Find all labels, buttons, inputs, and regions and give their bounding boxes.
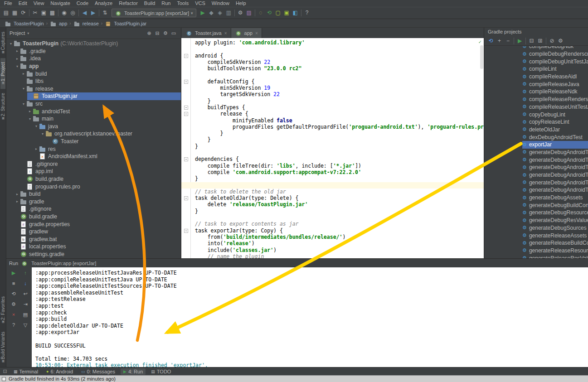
- code-line[interactable]: apply plugin: 'com.android.library': [181, 39, 484, 46]
- gradle-task-row[interactable]: ⚙compileDebugNdk: [484, 46, 588, 50]
- run-configuration-select[interactable]: G ToasterPlugin:app [exportJar] ▾: [112, 9, 196, 17]
- stripe-button-2-structure[interactable]: ▣2: Structure: [0, 89, 5, 124]
- debug-icon[interactable]: ◆: [207, 9, 216, 17]
- detach-project-icon[interactable]: −: [504, 37, 512, 45]
- clear-all-icon[interactable]: ▽: [22, 322, 29, 329]
- gradle-task-row[interactable]: ⚙compileReleaseAidl: [484, 73, 588, 81]
- menu-item-help[interactable]: Help: [233, 0, 249, 7]
- help-icon[interactable]: ?: [303, 9, 311, 17]
- code-line[interactable]: }: [181, 98, 484, 104]
- gradle-task-row[interactable]: ⚙copyReleaseLint: [484, 118, 588, 126]
- collapse-all-icon[interactable]: ⊟: [153, 30, 161, 36]
- code-line[interactable]: into('release'): [181, 240, 484, 247]
- code-line[interactable]: include('classes.jar'): [181, 247, 484, 253]
- find-icon[interactable]: ◉: [60, 9, 68, 17]
- project-tree[interactable]: ▾ToasterPlugin (C:\Work\ToasterPlugin)▸.…: [6, 40, 181, 258]
- stop-icon[interactable]: ■: [10, 280, 17, 287]
- code-line[interactable]: compileSdkVersion 22: [181, 59, 484, 65]
- open-project-icon[interactable]: ▤: [2, 9, 10, 17]
- gradle-task-row[interactable]: ⚙generateDebugSources: [484, 224, 588, 232]
- coverage-icon[interactable]: ◈: [216, 9, 224, 17]
- code-line[interactable]: compile 'com.android.support:appcompat-v…: [181, 169, 484, 175]
- chevron-right-icon[interactable]: ▸: [34, 147, 39, 151]
- settings-icon[interactable]: ⚙: [10, 301, 17, 308]
- tree-row[interactable]: .gitignore: [6, 160, 181, 168]
- code-line[interactable]: buildToolsVersion "23.0.0 rc2": [181, 65, 484, 72]
- device-monitor-icon[interactable]: ◧: [291, 9, 300, 17]
- menu-item-vcs[interactable]: VCS: [192, 0, 209, 7]
- refresh-all-icon[interactable]: ⟲: [486, 37, 495, 45]
- chevron-down-icon[interactable]: ▾: [8, 42, 14, 46]
- tree-row[interactable]: ▸gradle: [6, 198, 181, 205]
- code-line[interactable]: task deleteOldJar(type: Delete) {: [181, 195, 484, 201]
- settings-gear-icon[interactable]: ⚙: [161, 30, 170, 36]
- gradle-task-list[interactable]: ⚙compileDebugNdk⚙compileDebugRenderscrip…: [484, 46, 588, 258]
- gradle-task-row[interactable]: ⚙deleteOldJar: [484, 126, 588, 134]
- gradle-task-row[interactable]: ⚙generateDebugAndroidTestR: [484, 164, 588, 171]
- soft-wrap-icon[interactable]: ↩: [22, 290, 29, 297]
- toolwindow-tab-todo[interactable]: ▤TODO: [148, 368, 174, 375]
- tree-row[interactable]: CToaster: [6, 138, 181, 145]
- menu-item-build[interactable]: Build: [141, 0, 158, 7]
- code-line[interactable]: // name the plugin: [181, 253, 484, 258]
- tree-row[interactable]: bgradlew.bat: [6, 235, 181, 243]
- code-line[interactable]: // task to delete the old jar: [181, 189, 484, 195]
- gradle-task-row[interactable]: ⚙generateDebugAndroidTestA: [484, 149, 588, 156]
- code-line[interactable]: }: [181, 143, 484, 150]
- attach-project-icon[interactable]: +: [495, 37, 504, 45]
- code-area[interactable]: apply plugin: 'com.android.library'andro…: [181, 39, 484, 258]
- tree-row[interactable]: ▸res: [6, 145, 181, 153]
- toolwindow-tab-terminal[interactable]: ▦Terminal: [11, 368, 41, 375]
- code-line[interactable]: // task to export contents as jar: [181, 221, 484, 227]
- down-stack-trace-icon[interactable]: ↓: [22, 280, 29, 287]
- gradle-task-row[interactable]: ⚙exportJar: [484, 141, 588, 149]
- scroll-to-end-icon[interactable]: ⇥: [22, 301, 29, 308]
- run-task-icon[interactable]: ▶: [515, 37, 524, 45]
- scroll-from-source-icon[interactable]: ⊕: [145, 30, 153, 36]
- menu-item-run[interactable]: Run: [158, 0, 174, 7]
- code-line[interactable]: defaultConfig {: [181, 78, 484, 85]
- gradle-task-row[interactable]: ⚙dexDebugAndroidTest: [484, 133, 588, 141]
- sdk-manager-icon[interactable]: ▣: [282, 9, 291, 17]
- chevron-down-icon[interactable]: ▾: [15, 64, 20, 68]
- tree-row[interactable]: Gsettings.gradle: [6, 251, 181, 258]
- offline-mode-icon[interactable]: ⊘: [548, 37, 556, 45]
- tree-row[interactable]: #gradle.properties: [6, 220, 181, 228]
- profiler-icon[interactable]: ▥: [224, 9, 233, 17]
- tree-row[interactable]: ▸.gradle: [6, 48, 181, 55]
- chevron-down-icon[interactable]: ▾: [21, 102, 26, 106]
- gradle-task-row[interactable]: ⚙compileReleaseUnitTestJava: [484, 103, 588, 111]
- code-line[interactable]: android {: [181, 53, 484, 59]
- breadcrumb-item[interactable]: release: [73, 20, 99, 27]
- gradle-task-row[interactable]: ⚙compileDebugUnitTestJava: [484, 58, 588, 65]
- chevron-down-icon[interactable]: ▾: [27, 117, 33, 121]
- tree-row[interactable]: ▸.idea: [6, 55, 181, 63]
- gradle-task-row[interactable]: ⚙generateDebugAssets: [484, 194, 588, 202]
- run-panel-title[interactable]: Run: [9, 261, 18, 266]
- editor-tab-app[interactable]: Gapp×: [231, 28, 262, 38]
- code-line[interactable]: }: [181, 130, 484, 136]
- tree-row[interactable]: ▸androidTest: [6, 107, 181, 115]
- toolwindow-switcher-icon[interactable]: ⊡: [2, 368, 8, 374]
- inspection-status-icon[interactable]: ✓: [478, 39, 481, 45]
- stripe-button-build-variants[interactable]: ▣Build Variants: [0, 328, 5, 367]
- menu-item-edit[interactable]: Edit: [15, 0, 30, 7]
- code-line[interactable]: minSdkVersion 19: [181, 85, 484, 91]
- tree-row[interactable]: .gitignore: [6, 205, 181, 213]
- restore-layout-icon[interactable]: ⟲: [10, 290, 17, 297]
- tree-row[interactable]: #local.properties: [6, 243, 181, 251]
- tree-row[interactable]: Gbuild.gradle: [6, 175, 181, 183]
- gradle-task-row[interactable]: ⚙compileLint: [484, 65, 588, 73]
- editor-scrollbar[interactable]: [480, 45, 483, 69]
- tree-row[interactable]: ▾org.nativescript.kstanoev.toaster: [6, 130, 181, 138]
- run-icon[interactable]: ▶: [199, 9, 207, 17]
- tree-row[interactable]: ▾release: [6, 85, 181, 93]
- code-line[interactable]: [181, 214, 484, 221]
- gradle-task-row[interactable]: ⚙compileReleaseRenderscript: [484, 96, 588, 103]
- run-console-output[interactable]: :app:processReleaseUnitTestJavaRes UP-TO…: [32, 267, 588, 367]
- tree-row[interactable]: ▾src: [6, 100, 181, 108]
- tree-row[interactable]: proguard-rules.pro: [6, 183, 181, 190]
- tree-row[interactable]: iapp.iml: [6, 168, 181, 175]
- gradle-task-row[interactable]: ⚙compileReleaseNdk: [484, 88, 588, 96]
- settings-icon[interactable]: ⚙: [236, 9, 245, 17]
